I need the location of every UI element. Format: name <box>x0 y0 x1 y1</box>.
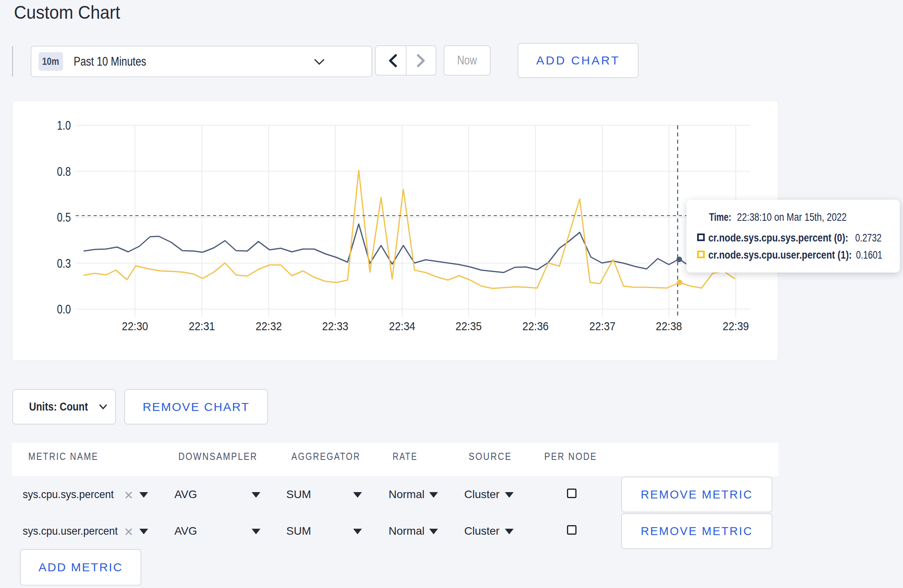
svg-text:1.0: 1.0 <box>57 119 71 132</box>
svg-text:22:32: 22:32 <box>256 319 282 333</box>
svg-text:0.8: 0.8 <box>57 165 71 179</box>
svg-text:0.0: 0.0 <box>57 302 71 316</box>
svg-text:0.5: 0.5 <box>57 210 71 224</box>
svg-text:22:31: 22:31 <box>189 319 215 333</box>
svg-text:22:39: 22:39 <box>723 319 749 333</box>
svg-text:22:33: 22:33 <box>322 319 348 333</box>
svg-text:22:34: 22:34 <box>389 319 415 333</box>
svg-text:22:36: 22:36 <box>522 319 549 333</box>
svg-text:22:30: 22:30 <box>122 319 148 333</box>
svg-text:22:38: 22:38 <box>656 319 682 333</box>
svg-text:0.3: 0.3 <box>57 257 71 271</box>
svg-text:22:37: 22:37 <box>589 319 616 333</box>
svg-text:22:35: 22:35 <box>455 319 482 333</box>
